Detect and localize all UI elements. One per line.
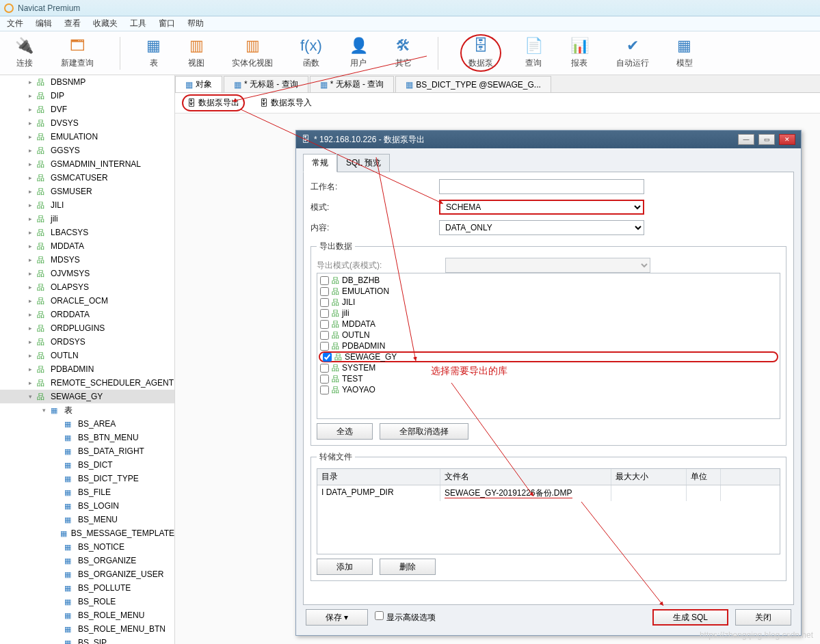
tree-GGSYS[interactable]: ▸品GGSYS [0, 144, 174, 157]
job-name-input[interactable] [439, 179, 644, 194]
tree-MDSYS[interactable]: ▸品MDSYS [0, 253, 174, 267]
menu-编辑[interactable]: 编辑 [36, 18, 52, 29]
menu-窗口[interactable]: 窗口 [159, 18, 175, 29]
schema-row-SEWAGE_GY[interactable]: 品SEWAGE_GY [319, 351, 778, 362]
tree-OUTLN[interactable]: ▸品OUTLN [0, 349, 174, 362]
schema-row-MDDATA[interactable]: 品MDDATA [319, 319, 778, 330]
object-tree[interactable]: ▸品DBSNMP▸品DIP▸品DVF▸品DVSYS▸品EMULATION▸品GG… [0, 75, 175, 644]
toolbar-用户[interactable]: 👤用户 [345, 34, 372, 72]
delete-button[interactable]: 删除 [380, 559, 436, 575]
toolbar-查询[interactable]: 📄查询 [520, 34, 547, 72]
schema-checkbox[interactable] [323, 353, 332, 362]
tree-OLAPSYS[interactable]: ▸品OLAPSYS [0, 280, 174, 294]
schema-row-EMULATION[interactable]: 品EMULATION [319, 286, 778, 297]
schema-checkbox[interactable] [320, 331, 329, 340]
tree-GSMCATUSER[interactable]: ▸品GSMCATUSER [0, 171, 174, 185]
tree-MDDATA[interactable]: ▸品MDDATA [0, 239, 174, 253]
schema-row-TEST[interactable]: 品TEST [319, 373, 778, 384]
maximize-button[interactable]: ▭ [758, 134, 775, 145]
toolbar-自动运行[interactable]: ✔自动运行 [612, 34, 653, 72]
tree-BS_DICT[interactable]: ▦BS_DICT [0, 458, 174, 472]
doc-tab[interactable]: ▦BS_DICT_TYPE @SEWAGE_G... [395, 76, 551, 92]
tab-general[interactable]: 常规 [303, 154, 337, 172]
datapump-export-button[interactable]: 🗄 数据泵导出 [182, 94, 245, 111]
schema-row-JILI[interactable]: 品JILI [319, 297, 778, 308]
tab-sql-preview[interactable]: SQL 预览 [337, 154, 390, 172]
schema-row-DB_BZHB[interactable]: 品DB_BZHB [319, 275, 778, 286]
close-dialog-button[interactable]: 关闭 [735, 609, 791, 626]
tree-BS_ROLE_MENU[interactable]: ▦BS_ROLE_MENU [0, 608, 174, 622]
tree-REMOTE_SCHEDULER_AGENT[interactable]: ▸品REMOTE_SCHEDULER_AGENT [0, 376, 174, 390]
advanced-checkbox[interactable] [375, 611, 384, 620]
tree-ORACLE_OCM[interactable]: ▸品ORACLE_OCM [0, 294, 174, 308]
schema-row-OUTLN[interactable]: 品OUTLN [319, 330, 778, 340]
tree-DVSYS[interactable]: ▸品DVSYS [0, 116, 174, 130]
schema-checkbox[interactable] [320, 375, 329, 384]
toolbar-函数[interactable]: f(x)函数 [296, 34, 326, 72]
schema-checkbox[interactable] [320, 276, 329, 285]
tree-PDBADMIN[interactable]: ▸品PDBADMIN [0, 362, 174, 376]
dump-table-row[interactable]: I DATA_PUMP_DIR SEWAGE_GY-20191226备份.DMP [317, 485, 780, 501]
toolbar-其它[interactable]: 🛠其它 [391, 34, 416, 72]
tree-BS_MENU[interactable]: ▦BS_MENU [0, 513, 174, 526]
schema-checkbox[interactable] [320, 386, 329, 394]
datapump-import-button[interactable]: 🗄 数据泵导入 [256, 96, 316, 110]
tree-EMULATION[interactable]: ▸品EMULATION [0, 130, 174, 144]
tree-DVF[interactable]: ▸品DVF [0, 103, 174, 116]
tree-BS_DICT_TYPE[interactable]: ▦BS_DICT_TYPE [0, 472, 174, 485]
tree-BS_POLLUTE[interactable]: ▦BS_POLLUTE [0, 581, 174, 595]
save-button[interactable]: 保存 ▾ [306, 609, 368, 626]
close-button[interactable]: ✕ [779, 134, 795, 145]
schema-list[interactable]: 品DB_BZHB品EMULATION品JILI品jili品MDDATA品OUTL… [317, 273, 780, 419]
tree-DBSNMP[interactable]: ▸品DBSNMP [0, 75, 174, 89]
schema-checkbox[interactable] [320, 342, 329, 351]
toolbar-数据泵[interactable]: 🗄数据泵 [460, 34, 501, 72]
deselect-all-button[interactable]: 全部取消选择 [380, 423, 468, 440]
tree-GSMUSER[interactable]: ▸品GSMUSER [0, 185, 174, 198]
doc-tab[interactable]: ▦* 无标题 - 查询 [224, 76, 308, 92]
tree-DIP[interactable]: ▸品DIP [0, 89, 174, 103]
toolbar-新建查询[interactable]: 🗔新建查询 [57, 34, 98, 72]
tree-BS_LOGIN[interactable]: ▦BS_LOGIN [0, 499, 174, 513]
tree-BS_DATA_RIGHT[interactable]: ▦BS_DATA_RIGHT [0, 444, 174, 458]
tree-BS_BTN_MENU[interactable]: ▦BS_BTN_MENU [0, 431, 174, 444]
advanced-checkbox-label[interactable]: 显示高级选项 [375, 611, 435, 623]
content-select[interactable]: DATA_ONLY [439, 220, 644, 235]
toolbar-模型[interactable]: ▦模型 [672, 34, 697, 72]
toolbar-视图[interactable]: ▥视图 [184, 34, 209, 72]
menu-帮助[interactable]: 帮助 [187, 18, 204, 29]
schema-checkbox[interactable] [320, 364, 329, 373]
tree-JILI[interactable]: ▸品JILI [0, 198, 174, 212]
schema-row-PDBADMIN[interactable]: 品PDBADMIN [319, 340, 778, 351]
tree-LBACSYS[interactable]: ▸品LBACSYS [0, 226, 174, 239]
tree-jili[interactable]: ▸品jili [0, 212, 174, 226]
schema-row-SYSTEM[interactable]: 品SYSTEM [319, 362, 778, 373]
add-button[interactable]: 添加 [317, 559, 373, 575]
minimize-button[interactable]: — [738, 134, 754, 145]
tree-BS_SIP[interactable]: ▦BS_SIP [0, 636, 174, 644]
tree-BS_ROLE[interactable]: ▦BS_ROLE [0, 595, 174, 608]
select-all-button[interactable]: 全选 [317, 423, 373, 440]
tree-BS_ORGANIZE[interactable]: ▦BS_ORGANIZE [0, 554, 174, 567]
doc-tab[interactable]: ▦* 无标题 - 查询 [310, 76, 395, 92]
tree-BS_FILE[interactable]: ▦BS_FILE [0, 485, 174, 499]
schema-checkbox[interactable] [320, 309, 329, 318]
toolbar-实体化视图[interactable]: ▥实体化视图 [228, 34, 277, 72]
tree-BS_ORGANIZE_USER[interactable]: ▦BS_ORGANIZE_USER [0, 567, 174, 581]
schema-row-YAOYAO[interactable]: 品YAOYAO [319, 384, 778, 395]
toolbar-报表[interactable]: 📊报表 [566, 34, 593, 72]
toolbar-表[interactable]: ▦表 [142, 34, 165, 72]
tree-ORDPLUGINS[interactable]: ▸品ORDPLUGINS [0, 321, 174, 335]
tree-BS_AREA[interactable]: ▦BS_AREA [0, 417, 174, 431]
toolbar-连接[interactable]: 🔌连接 [11, 34, 38, 72]
menu-工具[interactable]: 工具 [130, 18, 146, 29]
tree-BS_ROLE_MENU_BTN[interactable]: ▦BS_ROLE_MENU_BTN [0, 622, 174, 636]
tree-BS_NOTICE[interactable]: ▦BS_NOTICE [0, 540, 174, 554]
mode-select[interactable]: SCHEMA [439, 200, 644, 215]
doc-tab[interactable]: ▦对象 [175, 76, 222, 92]
schema-checkbox[interactable] [320, 287, 329, 296]
menu-收藏夹[interactable]: 收藏夹 [93, 18, 118, 29]
schema-checkbox[interactable] [320, 298, 329, 307]
tree-ORDSYS[interactable]: ▸品ORDSYS [0, 335, 174, 349]
tree-SEWAGE_GY[interactable]: ▾品SEWAGE_GY [0, 390, 174, 403]
